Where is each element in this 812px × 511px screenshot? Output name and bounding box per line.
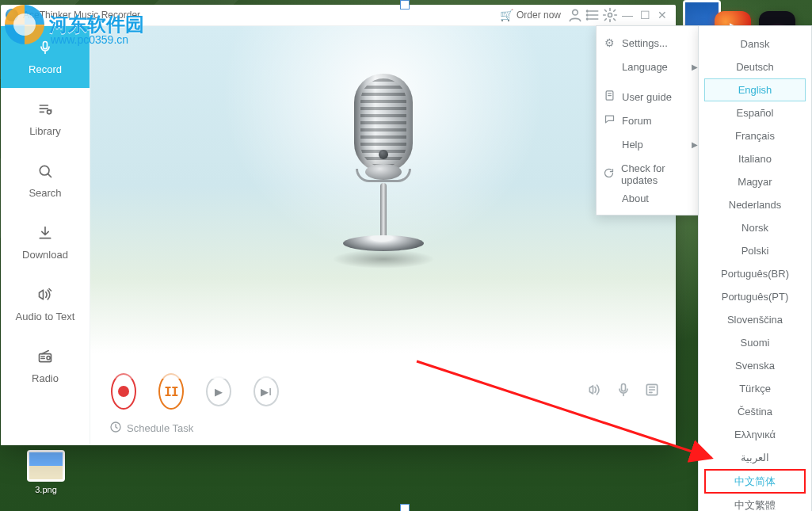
desktop-icon-label: 3.png	[22, 485, 70, 494]
mic-source-icon[interactable]	[616, 382, 631, 402]
list-icon[interactable]	[584, 6, 601, 24]
sidebar-item-label: Audio to Text	[16, 311, 75, 322]
language-option[interactable]: العربية	[704, 446, 806, 469]
clock-icon	[109, 421, 122, 436]
window-title: AceThinker Music Recorder	[23, 10, 140, 21]
sidebar-item-library[interactable]: Library	[1, 88, 90, 150]
settings-panel-icon[interactable]	[644, 382, 660, 402]
sidebar-item-download[interactable]: Download	[1, 212, 90, 273]
schedule-task-link[interactable]: Schedule Task	[109, 421, 193, 436]
doc-icon	[603, 90, 616, 104]
svg-point-5	[587, 14, 589, 16]
sidebar-item-label: Search	[29, 187, 61, 199]
chevron-right-icon: ▶	[692, 140, 698, 149]
language-option[interactable]: Čeština	[704, 400, 806, 423]
sidebar-item-radio[interactable]: Radio	[1, 335, 90, 397]
language-option[interactable]: Suomi	[704, 331, 806, 354]
menu-language[interactable]: Language ▶	[597, 55, 707, 78]
microphone-illustration	[336, 74, 431, 280]
titlebar: AceThinker Music Recorder 🛒 Order now — …	[1, 5, 676, 26]
svg-point-6	[587, 18, 589, 20]
language-option[interactable]: Slovenščina	[704, 308, 806, 331]
svg-point-0	[573, 10, 578, 15]
sidebar-item-record[interactable]: Record	[1, 26, 90, 88]
menu-about[interactable]: About	[597, 186, 707, 210]
menu-help[interactable]: Help ▶	[597, 132, 707, 156]
radio-icon	[37, 349, 53, 368]
menu-label: Language	[622, 61, 668, 73]
record-stage: II ▶ ▶I	[90, 26, 676, 445]
language-option[interactable]: Svenska	[704, 354, 806, 377]
language-option[interactable]: Português(PT)	[704, 285, 806, 308]
download-icon	[37, 225, 53, 244]
play-button[interactable]: ▶	[201, 374, 236, 409]
language-option[interactable]: Polski	[704, 239, 806, 262]
mic-icon	[37, 40, 53, 59]
minimize-button[interactable]: —	[619, 6, 636, 24]
language-option[interactable]: 中文繁體	[704, 494, 806, 511]
sidebar-item-label: Library	[29, 125, 61, 137]
schedule-task-label: Schedule Task	[127, 422, 193, 434]
settings-icon[interactable]	[601, 6, 619, 24]
recorder-controls: II ▶ ▶I	[90, 369, 676, 414]
sidebar-item-label: Record	[29, 63, 62, 75]
desktop-background: WORD ▶ 3.png AceThinker Music Recorder 🛒…	[0, 0, 812, 511]
sidebar: Record Library Search	[1, 26, 90, 445]
speaker-source-icon[interactable]	[587, 382, 603, 402]
menu-label: Forum	[622, 115, 652, 127]
resize-handle-bottom	[400, 504, 410, 511]
png-thumb	[27, 450, 65, 482]
menu-settings[interactable]: ⚙ Settings...	[597, 31, 707, 55]
language-option[interactable]: Dansk	[704, 32, 806, 55]
language-option[interactable]: Português(BR)	[704, 262, 806, 285]
order-now-button[interactable]: 🛒 Order now	[497, 7, 564, 23]
svg-rect-19	[622, 383, 626, 391]
language-option[interactable]: Deutsch	[704, 55, 806, 78]
svg-point-4	[587, 10, 589, 12]
svg-rect-15	[40, 353, 51, 361]
language-option[interactable]: Magyar	[704, 170, 806, 193]
sidebar-item-audio-to-text[interactable]: Audio to Text	[1, 273, 90, 335]
menu-check-updates[interactable]: Check for updates	[597, 162, 707, 186]
chat-icon	[603, 113, 616, 128]
svg-line-14	[48, 174, 51, 177]
record-button[interactable]	[106, 374, 141, 409]
maximize-button[interactable]: ☐	[636, 6, 654, 24]
resize-handle-top	[400, 0, 410, 10]
language-option[interactable]: Nederlands	[704, 193, 806, 216]
library-icon	[37, 101, 53, 120]
menu-label: Settings...	[622, 37, 668, 49]
order-now-label: Order now	[517, 10, 561, 21]
pause-button[interactable]: II	[154, 374, 189, 409]
svg-rect-8	[44, 41, 48, 48]
sidebar-item-label: Radio	[32, 372, 59, 384]
app-icon	[6, 9, 18, 21]
account-icon[interactable]	[566, 6, 584, 24]
audio-icon	[37, 287, 53, 306]
language-option[interactable]: Italiano	[704, 147, 806, 170]
gear-icon: ⚙	[603, 36, 616, 49]
language-option[interactable]: Français	[704, 124, 806, 147]
language-option[interactable]: Türkçe	[704, 377, 806, 400]
desktop-icon-3png[interactable]: 3.png	[22, 450, 70, 494]
language-option[interactable]: Español	[704, 101, 806, 124]
close-button[interactable]: ✕	[654, 6, 671, 24]
menu-label: About	[622, 193, 649, 204]
language-option[interactable]: Norsk	[704, 216, 806, 239]
menu-label: Help	[622, 139, 643, 151]
language-option[interactable]: 中文简体	[704, 469, 806, 494]
next-button[interactable]: ▶I	[249, 374, 284, 409]
sidebar-item-search[interactable]: Search	[1, 150, 90, 212]
menu-forum[interactable]: Forum	[597, 109, 707, 132]
menu-user-guide[interactable]: User guide	[597, 85, 707, 109]
search-icon	[37, 163, 53, 182]
language-option[interactable]: Ελληνικά	[704, 423, 806, 446]
cart-icon: 🛒	[500, 10, 513, 21]
menu-label: User guide	[622, 91, 672, 103]
settings-dropdown: ⚙ Settings... Language ▶ User guide Foru…	[596, 25, 708, 215]
sidebar-item-label: Download	[22, 249, 68, 261]
language-submenu: DanskDeutschEnglishEspañolFrançaisItalia…	[698, 25, 812, 511]
refresh-icon	[603, 167, 615, 181]
chevron-right-icon: ▶	[692, 63, 698, 71]
language-option[interactable]: English	[704, 78, 806, 101]
